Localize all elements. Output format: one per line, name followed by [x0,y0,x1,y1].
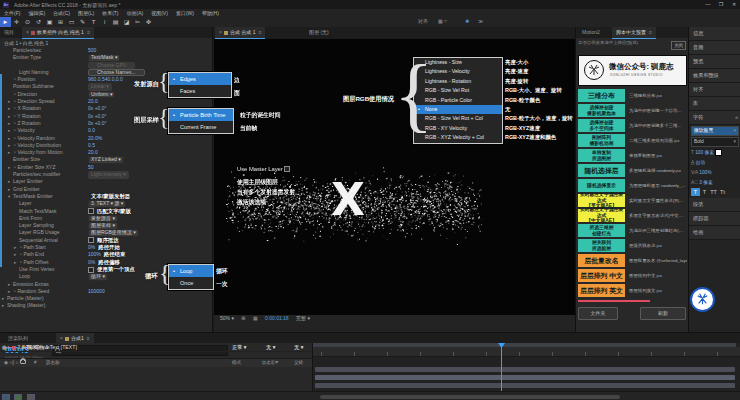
menu-item[interactable]: 窗口(W) [172,9,198,16]
script-button[interactable]: 选择层创建摄影机聚焦体 [578,104,625,117]
effect-property-row[interactable]: ▸Layer Emitter [0,178,212,185]
wechat-banner[interactable]: 微信公众号: 驯鹿志 XUNLUZHI DESIGN STUDIO [578,55,687,86]
menu-option[interactable]: Faces [169,85,231,97]
close-tab-icon[interactable]: × [26,29,29,35]
menu-option[interactable]: Current Frame [169,121,233,133]
effect-property-row[interactable]: Sequential Arrival 顺序抵达 [0,237,212,244]
effect-property-row[interactable]: ▸◔ Path End 100%路径结束 [0,251,212,258]
zoom-select[interactable]: 50% ▾ [220,315,234,321]
graph-editor-icon[interactable] [14,394,22,400]
twirl-icon[interactable]: ▸ [8,344,11,350]
effect-property-row[interactable]: Choose GPU [0,62,212,69]
effect-property-row[interactable]: Particles/sec 500 [0,47,212,54]
property-value[interactable]: 0% [88,244,95,250]
roto-brush-tool[interactable]: ✂ [132,17,143,27]
script-button[interactable]: 层层排列 英文 [578,284,625,297]
zoom-tool[interactable]: ⊙ [22,17,33,27]
camera-tool[interactable]: ▣ [44,17,55,27]
effect-property-row[interactable]: ▸Grid Emitter [0,186,212,193]
effect-property-row[interactable]: ▸◔ Direction Spread 20.0 [0,98,212,105]
effect-property-row[interactable]: ▸◔ Velocity Distribution 0.5 [0,142,212,149]
puppet-pin-tool[interactable]: ✜ [143,17,154,27]
shape-tool[interactable]: ▭ [66,17,77,27]
clone-stamp-tool[interactable]: ▤ [110,17,121,27]
menu-item[interactable]: 帮助(H) [198,9,223,16]
script-button[interactable]: 层批量改名 [578,254,625,267]
panel-menu-icon[interactable]: ≡ [258,29,261,35]
leading-field[interactable]: A̲ 自动 [689,158,740,168]
effect-property-row[interactable]: Layer 3. TEXT ▾ 源 ▾ [0,200,212,207]
effect-property-row[interactable]: Emit From 发射源自 ▾ [0,215,212,222]
panel-header[interactable]: 预览 [689,55,740,69]
property-value[interactable]: 100% [88,251,101,257]
visibility-column-icon[interactable]: ◉ [4,360,8,365]
selection-tool[interactable]: ► [0,17,11,27]
property-value[interactable]: 100000 [88,288,105,294]
close-tab-icon[interactable]: × [60,335,63,341]
property-value[interactable]: 0% [88,259,95,265]
effect-property-row[interactable]: ▸◔ Velocity from Motion 20.0 [0,149,212,156]
menu-item[interactable]: 动画(A) [123,9,148,16]
collapse-button[interactable]: 关闭 [671,41,686,50]
viewer-timecode[interactable]: 0:00:01:18 [265,315,289,321]
panel-header[interactable]: 库 [689,97,740,111]
property-value[interactable] [88,267,94,273]
menu-item[interactable]: 效果(T) [98,9,122,16]
panel-header[interactable]: 跟踪器 [689,212,740,226]
menu-item[interactable]: 视图(V) [147,9,172,16]
eye-icon[interactable]: ◉ [2,344,7,350]
workspace-more-icon[interactable]: ≫ [478,18,483,24]
parent-select[interactable]: 无 ▾ [294,343,303,351]
minimize-button[interactable]: — [702,1,714,7]
property-value[interactable] [88,208,94,214]
effect-property-row[interactable]: Emitter Size XYZ Linked ▾ [0,156,212,163]
menu-item[interactable]: 图层(L) [74,9,98,16]
rotate-tool[interactable]: ↺ [33,17,44,27]
panel-menu-icon[interactable]: ≡ [735,111,738,124]
lock-column-icon[interactable] [20,359,26,364]
blend-mode-select[interactable]: 正常 ▾ [232,343,246,351]
expand-icon[interactable] [27,394,35,400]
script-button[interactable]: 三维分布 [578,89,625,102]
script-button[interactable]: 选择层创建多个空间体 [578,119,625,132]
tab-layer-viewer[interactable]: 图层 (无) [305,27,333,38]
property-value[interactable]: 20.0 [88,98,98,104]
property-value[interactable]: 20.0% [88,135,102,141]
menu-item[interactable]: 合成(C) [49,9,74,16]
workspace-icon[interactable]: ❖ [465,18,469,24]
type-toggle-button[interactable]: T [691,188,700,196]
property-value[interactable]: 0.0 [88,127,95,133]
font-family-select[interactable]: 微软雅黑▾ [691,126,739,136]
effect-property-row[interactable]: Particles/sec modifier Light Intensity ▾ [0,171,212,178]
menu-item[interactable]: 编辑(E) [24,9,49,16]
folder-button[interactable]: 文件夹 [578,307,618,320]
region-of-interest-icon[interactable]: ▦ [253,315,258,321]
fill-color-swatch[interactable] [715,149,722,156]
panel-header[interactable]: 段落 [689,198,740,212]
effect-property-row[interactable]: ▸◔ Emitter Size XYZ 50 [0,164,212,171]
pen-tool[interactable]: ✎ [77,17,88,27]
effect-property-row[interactable]: Layer Sampling 图层采样 ▾ [0,222,212,229]
horizontal-scrollbar[interactable] [320,395,620,399]
script-button[interactable]: 单独复制所选图层 [578,149,625,162]
property-value[interactable]: 0x +0.0° [88,120,107,126]
time-ruler[interactable] [313,347,740,357]
panel-header-character[interactable]: 字符≡ [689,111,740,125]
property-value[interactable] [88,237,94,243]
close-button[interactable]: ✕ [728,1,740,7]
menu-option[interactable]: Once [169,277,213,289]
layer-row[interactable]: ◉ ▸ 3 T TEXT 正常 ▾ 无 ▾ 无 ▾ [0,343,312,352]
brush-tool[interactable]: ≀ [99,17,110,27]
close-tab-icon[interactable]: × [219,29,222,35]
grid-guides-icon[interactable]: ⊞ [241,315,245,321]
font-size-field[interactable]: T 100 像素 [689,148,740,158]
layer-duration-bar[interactable] [315,383,735,388]
panel-header[interactable]: 对齐 [689,83,740,97]
script-button[interactable]: 层层排列 中文 [578,269,625,282]
effect-property-row[interactable]: Emitter Type Text/Mask ▾ [0,54,212,61]
type-toggle-button[interactable]: TT [709,188,718,196]
toggle-switches-icon[interactable] [2,394,10,400]
tab-motion2[interactable]: Motion2 [578,27,604,38]
panel-header[interactable]: 绘画 [689,226,740,240]
tab-project[interactable]: 项目 [0,27,18,38]
